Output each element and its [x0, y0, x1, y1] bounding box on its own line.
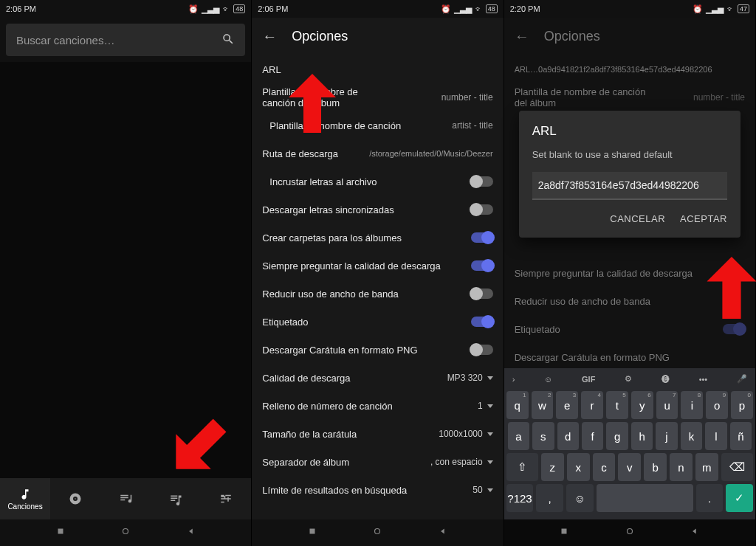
- back-icon[interactable]: [690, 526, 700, 539]
- key-h[interactable]: h: [631, 422, 653, 450]
- android-nav: [0, 519, 251, 546]
- translate-icon[interactable]: 🅖: [662, 375, 670, 384]
- key-v[interactable]: v: [618, 453, 641, 481]
- tab-songs-label: Canciones: [7, 502, 42, 511]
- home-icon[interactable]: [120, 526, 131, 539]
- opt-album-sep[interactable]: Separador de álbum , con espacio: [262, 448, 492, 476]
- pane-arl-dialog: 2:20 PM ⏰ ▁▃▅ ᯤ 47 ← Opciones ARL…0a9d94…: [504, 0, 756, 546]
- key-b[interactable]: b: [644, 453, 667, 481]
- opt-reduce-bandwidth[interactable]: Reducir uso de ancho de banda: [262, 280, 492, 308]
- opt-arl: ARL…0a9d941821f2a8df73f853164e57d3ed4498…: [515, 55, 745, 83]
- svg-rect-0: [58, 529, 63, 534]
- expand-icon[interactable]: ›: [512, 375, 515, 384]
- key-t[interactable]: t5: [606, 391, 628, 419]
- opt-ask-quality[interactable]: Siempre preguntar la calidad de descarga: [262, 252, 492, 280]
- key-backspace[interactable]: ⌫: [721, 453, 753, 481]
- opt-song-template[interactable]: Plantilla de nombre de canción artist - …: [262, 111, 492, 139]
- home-icon[interactable]: [625, 526, 635, 539]
- options-list[interactable]: ARL Plantilla de nombre de canción del á…: [252, 55, 503, 519]
- bottom-nav: Canciones: [0, 478, 251, 519]
- key-e[interactable]: e3: [556, 391, 578, 419]
- opt-tagging[interactable]: Etiquetado: [262, 308, 492, 336]
- arl-input[interactable]: [532, 172, 727, 200]
- key-x[interactable]: x: [567, 453, 590, 481]
- key-space[interactable]: [597, 484, 693, 512]
- key-period[interactable]: .: [696, 484, 724, 512]
- key-g[interactable]: g: [606, 422, 628, 450]
- recent-icon[interactable]: [307, 526, 317, 539]
- toggle[interactable]: [471, 232, 493, 243]
- tab-songs[interactable]: Canciones: [0, 478, 50, 519]
- key-a[interactable]: a: [508, 422, 529, 450]
- back-icon[interactable]: [186, 526, 196, 539]
- key-s[interactable]: s: [532, 422, 554, 450]
- back-arrow-icon[interactable]: ←: [262, 28, 277, 45]
- opt-sync-lyrics[interactable]: Descargar letras sincronizadas: [262, 196, 492, 224]
- back-icon[interactable]: [438, 526, 448, 539]
- key-z[interactable]: z: [541, 453, 564, 481]
- key-emoji[interactable]: ☺: [566, 484, 594, 512]
- home-icon[interactable]: [372, 526, 382, 539]
- opt-search-limit[interactable]: Límite de resultados en búsqueda 50: [262, 476, 492, 504]
- opt-png-cover[interactable]: Descargar Carátula en formato PNG: [262, 336, 492, 364]
- toggle[interactable]: [471, 260, 493, 271]
- toggle[interactable]: [471, 176, 493, 187]
- accept-button[interactable]: ACEPTAR: [680, 213, 727, 224]
- opt-cover-size[interactable]: Tamaño de la carátula 1000x1000: [262, 420, 492, 448]
- key-f[interactable]: f: [582, 422, 603, 450]
- key-w[interactable]: w2: [532, 391, 554, 419]
- key-m[interactable]: m: [695, 453, 718, 481]
- opt-track-pad[interactable]: Relleno de número de canción 1: [262, 392, 492, 420]
- tab-artists[interactable]: [100, 478, 151, 519]
- soft-keyboard[interactable]: › ☺ GIF ⚙ 🅖 ••• 🎤 q1w2e3r4t5y6u7i8o9p0 a…: [504, 368, 755, 519]
- key-k[interactable]: k: [681, 422, 702, 450]
- key-r[interactable]: r4: [581, 391, 603, 419]
- mic-icon[interactable]: 🎤: [737, 374, 747, 384]
- settings-icon[interactable]: ⚙: [625, 374, 632, 384]
- opt-arl[interactable]: ARL: [262, 55, 492, 83]
- key-l[interactable]: l: [705, 422, 726, 450]
- key-d[interactable]: d: [557, 422, 579, 450]
- opt-album-folders[interactable]: Crear carpetas para los álbumes: [262, 224, 492, 252]
- opt-download-path[interactable]: Ruta de descarga /storage/emulated/0/Mus…: [262, 139, 492, 167]
- key-p[interactable]: p0: [731, 391, 753, 419]
- cancel-button[interactable]: CANCELAR: [610, 213, 665, 224]
- toggle[interactable]: [471, 345, 493, 355]
- sticker-icon[interactable]: ☺: [544, 375, 552, 384]
- artist-icon: [119, 492, 132, 505]
- more-icon[interactable]: •••: [699, 375, 708, 384]
- opt-dl-quality[interactable]: Calidad de descarga MP3 320: [262, 364, 492, 392]
- toggle[interactable]: [471, 288, 493, 299]
- key-u[interactable]: u7: [656, 391, 678, 419]
- search-input[interactable]: Buscar canciones…: [6, 24, 245, 56]
- recent-icon[interactable]: [55, 526, 66, 539]
- toggle[interactable]: [471, 204, 493, 215]
- tab-settings[interactable]: [201, 478, 251, 519]
- key-j[interactable]: j: [656, 422, 677, 450]
- tab-albums[interactable]: [50, 478, 100, 519]
- key-shift[interactable]: ⇧: [506, 453, 538, 481]
- back-arrow-icon[interactable]: ←: [515, 28, 529, 45]
- key-comma[interactable]: ,: [536, 484, 563, 512]
- key-y[interactable]: y6: [631, 391, 653, 419]
- titlebar: ← Opciones: [252, 18, 503, 55]
- opt-tagging: Etiquetado: [515, 315, 745, 343]
- disc-icon: [69, 492, 82, 505]
- key-o[interactable]: o9: [706, 391, 728, 419]
- chevron-down-icon: [487, 432, 493, 436]
- key-q[interactable]: q1: [506, 391, 529, 419]
- recent-icon[interactable]: [559, 526, 569, 539]
- toggle[interactable]: [471, 317, 493, 327]
- alarm-icon: ⏰: [693, 4, 703, 14]
- key-n[interactable]: n: [670, 453, 693, 481]
- tab-playlists[interactable]: [151, 478, 201, 519]
- chevron-down-icon: [487, 460, 493, 464]
- gif-button[interactable]: GIF: [582, 375, 595, 384]
- opt-embed-lyrics[interactable]: Incrustar letras al archivo: [262, 167, 492, 196]
- key-i[interactable]: i8: [681, 391, 703, 419]
- wifi-icon: ᯤ: [726, 4, 735, 13]
- key-symbols[interactable]: ?123: [506, 484, 534, 512]
- key-enter[interactable]: ✓: [726, 484, 753, 512]
- key-c[interactable]: c: [593, 453, 616, 481]
- key-ñ[interactable]: ñ: [730, 422, 752, 450]
